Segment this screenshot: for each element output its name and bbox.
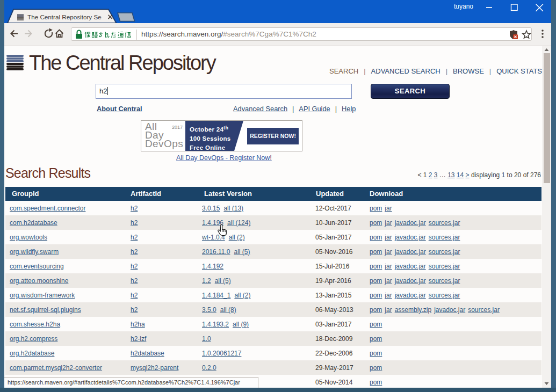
svg-text:The Central Repository Se: The Central Repository Se bbox=[27, 13, 102, 20]
